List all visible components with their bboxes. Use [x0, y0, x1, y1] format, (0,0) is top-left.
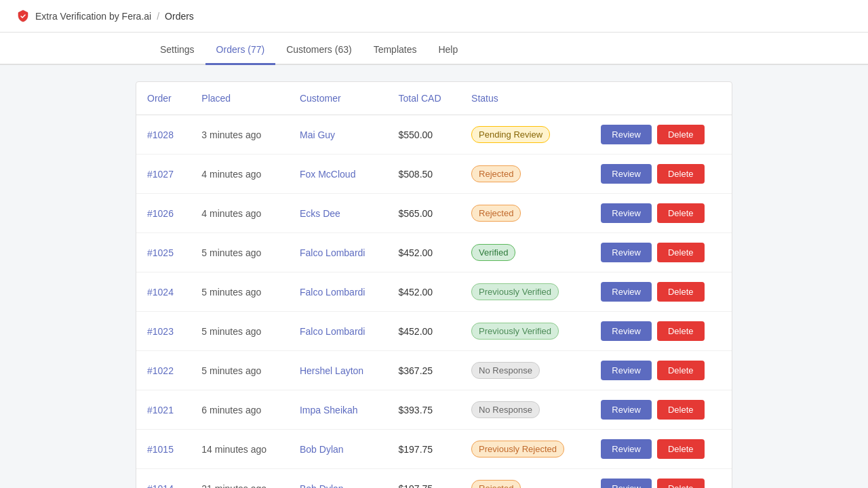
- shield-icon: [16, 9, 30, 23]
- action-buttons: Review Delete: [601, 439, 721, 459]
- placed-time: 5 minutes ago: [201, 247, 261, 258]
- col-header-status[interactable]: Status: [460, 82, 590, 115]
- delete-button[interactable]: Delete: [657, 243, 705, 262]
- order-total: $452.00: [398, 247, 433, 258]
- customer-link[interactable]: Bob Dylan: [300, 444, 344, 455]
- tab-orders[interactable]: Orders (77): [205, 36, 276, 65]
- orders-table-card: Order Placed Customer Total CAD Status #…: [136, 81, 732, 488]
- review-button[interactable]: Review: [601, 282, 652, 302]
- status-badge: No Response: [471, 401, 540, 418]
- table-row: #1021 6 minutes ago Impa Sheikah $393.75…: [136, 390, 732, 430]
- status-badge: Pending Review: [471, 126, 550, 143]
- delete-button[interactable]: Delete: [657, 321, 705, 341]
- review-button[interactable]: Review: [601, 321, 652, 341]
- action-buttons: Review Delete: [601, 479, 721, 488]
- delete-button[interactable]: Delete: [657, 282, 705, 302]
- breadcrumb-separator: /: [157, 11, 159, 22]
- order-link[interactable]: #1021: [147, 405, 174, 415]
- table-row: #1023 5 minutes ago Falco Lombardi $452.…: [136, 312, 732, 351]
- action-buttons: Review Delete: [601, 321, 721, 341]
- review-button[interactable]: Review: [601, 479, 652, 488]
- placed-time: 4 minutes ago: [201, 208, 261, 219]
- review-button[interactable]: Review: [601, 361, 652, 380]
- order-link[interactable]: #1025: [147, 247, 174, 258]
- tab-settings[interactable]: Settings: [149, 36, 205, 65]
- delete-button[interactable]: Delete: [657, 164, 705, 184]
- col-header-order[interactable]: Order: [136, 82, 191, 115]
- tab-customers[interactable]: Customers (63): [275, 36, 362, 65]
- action-buttons: Review Delete: [601, 282, 721, 302]
- main-content: Order Placed Customer Total CAD Status #…: [0, 65, 868, 488]
- order-total: $452.00: [398, 287, 433, 298]
- customer-link[interactable]: Falco Lombardi: [300, 247, 366, 258]
- order-total: $393.75: [398, 405, 433, 415]
- review-button[interactable]: Review: [601, 243, 652, 262]
- delete-button[interactable]: Delete: [657, 479, 705, 488]
- status-badge: Previously Rejected: [471, 441, 564, 458]
- topbar: Extra Verification by Fera.ai / Orders: [0, 0, 868, 33]
- action-buttons: Review Delete: [601, 400, 721, 420]
- placed-time: 5 minutes ago: [201, 287, 261, 298]
- table-row: #1025 5 minutes ago Falco Lombardi $452.…: [136, 233, 732, 272]
- review-button[interactable]: Review: [601, 400, 652, 420]
- col-header-actions: [590, 82, 732, 115]
- customer-link[interactable]: Mai Guy: [300, 129, 335, 140]
- customer-link[interactable]: Ecks Dee: [300, 208, 340, 219]
- order-total: $452.00: [398, 326, 433, 337]
- status-badge: Previously Verified: [471, 323, 559, 340]
- order-link[interactable]: #1015: [147, 444, 174, 455]
- placed-time: 5 minutes ago: [201, 326, 261, 337]
- action-buttons: Review Delete: [601, 125, 721, 144]
- customer-link[interactable]: Falco Lombardi: [300, 287, 366, 298]
- review-button[interactable]: Review: [601, 164, 652, 184]
- action-buttons: Review Delete: [601, 243, 721, 262]
- col-header-placed[interactable]: Placed: [191, 82, 289, 115]
- table-row: #1026 4 minutes ago Ecks Dee $565.00 Rej…: [136, 194, 732, 233]
- delete-button[interactable]: Delete: [657, 439, 705, 459]
- action-buttons: Review Delete: [601, 164, 721, 184]
- table-row: #1028 3 minutes ago Mai Guy $550.00 Pend…: [136, 115, 732, 155]
- tab-templates[interactable]: Templates: [363, 36, 428, 65]
- tab-help[interactable]: Help: [427, 36, 469, 65]
- table-header-row: Order Placed Customer Total CAD Status: [136, 82, 732, 115]
- placed-time: 6 minutes ago: [201, 405, 261, 415]
- status-badge: Rejected: [471, 205, 521, 222]
- delete-button[interactable]: Delete: [657, 125, 705, 144]
- order-link[interactable]: #1014: [147, 483, 174, 489]
- customer-link[interactable]: Falco Lombardi: [300, 326, 366, 337]
- placed-time: 4 minutes ago: [201, 169, 261, 180]
- status-badge: Rejected: [471, 480, 521, 488]
- action-buttons: Review Delete: [601, 361, 721, 380]
- placed-time: 3 minutes ago: [201, 129, 261, 140]
- delete-button[interactable]: Delete: [657, 400, 705, 420]
- order-total: $197.75: [398, 444, 433, 455]
- nav-tabs: Settings Orders (77) Customers (63) Temp…: [0, 33, 868, 65]
- customer-link[interactable]: Bob Dylan: [300, 483, 344, 489]
- order-link[interactable]: #1028: [147, 129, 174, 140]
- placed-time: 14 minutes ago: [201, 444, 267, 455]
- review-button[interactable]: Review: [601, 125, 652, 144]
- status-badge: Verified: [471, 244, 515, 261]
- customer-link[interactable]: Impa Sheikah: [300, 405, 358, 415]
- order-total: $550.00: [398, 129, 433, 140]
- customer-link[interactable]: Fox McCloud: [300, 169, 355, 180]
- customer-link[interactable]: Hershel Layton: [300, 365, 363, 376]
- status-badge: Rejected: [471, 165, 521, 182]
- review-button[interactable]: Review: [601, 203, 652, 223]
- order-link[interactable]: #1024: [147, 287, 174, 298]
- placed-time: 5 minutes ago: [201, 365, 261, 376]
- status-badge: Previously Verified: [471, 283, 559, 300]
- delete-button[interactable]: Delete: [657, 203, 705, 223]
- order-link[interactable]: #1022: [147, 365, 174, 376]
- order-link[interactable]: #1026: [147, 208, 174, 219]
- order-total: $197.75: [398, 483, 433, 489]
- review-button[interactable]: Review: [601, 439, 652, 459]
- order-link[interactable]: #1023: [147, 326, 174, 337]
- delete-button[interactable]: Delete: [657, 361, 705, 380]
- app-logo: Extra Verification by Fera.ai: [16, 9, 151, 23]
- orders-table: Order Placed Customer Total CAD Status #…: [136, 82, 732, 488]
- table-row: #1022 5 minutes ago Hershel Layton $367.…: [136, 351, 732, 390]
- col-header-total[interactable]: Total CAD: [387, 82, 460, 115]
- order-link[interactable]: #1027: [147, 169, 174, 180]
- col-header-customer[interactable]: Customer: [289, 82, 388, 115]
